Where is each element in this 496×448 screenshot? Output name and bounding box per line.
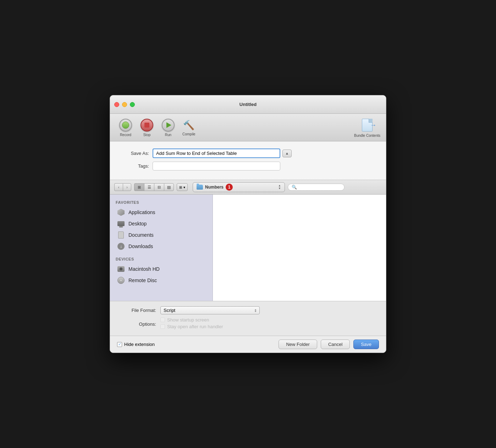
hide-extension-label: Hide extension [124,342,155,347]
forward-button[interactable]: › [123,183,131,191]
record-icon [119,118,133,132]
desktop-label: Desktop [128,221,147,226]
location-steppers[interactable]: ▲ ▼ [278,184,281,190]
search-bar[interactable]: 🔍 [288,184,345,191]
macintosh-hd-label: Macintosh HD [128,266,160,272]
checkboxes-group: Show startup screen Stay open after run … [160,317,223,331]
compile-icon: 🔨 [182,119,195,131]
location-name: Numbers [205,185,224,190]
file-format-row: File Format: Script Application Text ⇕ [121,306,375,314]
folder-icon [197,185,203,190]
options-panel: File Format: Script Application Text ⇕ O… [110,301,386,336]
stop-label: Stop [143,133,151,137]
save-as-label: Save As: [121,151,149,156]
bundle-icon: → [359,117,375,133]
sidebar-item-applications[interactable]: Applications [110,207,213,218]
column-view-button[interactable]: ⊟ [154,183,164,191]
list-view-button[interactable]: ☰ [144,183,154,191]
save-panel: Save As: ▲ Tags: [110,141,386,180]
cancel-button[interactable]: Cancel [321,340,350,349]
sidebar-item-documents[interactable]: Documents [110,229,213,241]
devices-header: DEVICES [110,256,213,263]
new-folder-button[interactable]: New Folder [279,340,317,349]
show-startup-checkbox[interactable] [160,318,165,322]
remote-disc-label: Remote Disc [128,278,157,283]
show-startup-row: Show startup screen [160,317,223,323]
window-title: Untitled [239,102,257,107]
view-group: ⊞ ☰ ⊟ ▤ [134,183,174,191]
sidebar-item-macintosh-hd[interactable]: Macintosh HD [110,263,213,275]
tags-label: Tags: [121,163,149,169]
record-button[interactable]: Record [116,117,136,138]
options-row: Options: Show startup screen Stay open a… [121,317,375,331]
sidebar-item-remote-disc[interactable]: Remote Disc [110,275,213,286]
bundle-contents-button[interactable]: → Bundle Contents [354,117,380,138]
format-select-wrap: Script Application Text ⇕ [160,306,260,314]
applications-label: Applications [128,209,155,215]
favorites-header: FAVORITES [110,199,213,207]
traffic-lights [114,102,135,107]
location-badge: 1 [226,184,233,191]
search-input[interactable] [298,185,341,190]
downloads-icon: ↓ [117,242,125,250]
run-icon [161,118,175,132]
toolbar: Record Stop Run [110,114,386,141]
compile-label: Compile [182,132,195,136]
run-button[interactable]: Run [158,117,178,138]
sidebar-item-desktop[interactable]: Desktop [110,218,213,229]
record-label: Record [120,133,131,137]
chevron-down-icon: ▾ [183,185,185,189]
view-extra-button[interactable]: ⊞ ▾ [177,183,188,191]
stop-icon [140,118,154,132]
run-label: Run [165,133,171,137]
format-select[interactable]: Script Application Text [160,306,260,314]
options-label: Options: [121,321,156,327]
file-format-label: File Format: [121,308,156,313]
hide-extension-group: ✓ Hide extension [117,342,155,347]
downloads-label: Downloads [128,243,153,249]
bottom-bar: ✓ Hide extension New Folder Cancel Save [110,336,386,353]
location-bar: Numbers 1 ▲ ▼ [193,182,285,192]
applications-icon [117,208,125,216]
save-input-wrap: ▲ [153,149,292,158]
title-bar: Untitled [110,95,386,114]
stay-open-label: Stay open after run handler [167,324,223,329]
close-button[interactable] [114,102,119,107]
toolbar-left: Record Stop Run [116,117,198,138]
filename-input[interactable] [153,149,280,158]
documents-icon [117,231,125,239]
hide-extension-checkbox[interactable]: ✓ [117,342,122,347]
tags-row: Tags: [121,162,375,170]
tags-input[interactable] [153,162,280,170]
show-startup-label: Show startup screen [167,317,209,323]
bottom-right-buttons: New Folder Cancel Save [279,340,379,349]
search-icon: 🔍 [292,185,297,190]
back-button[interactable]: ‹ [114,183,123,191]
compile-button[interactable]: 🔨 Compile [180,117,198,138]
grid-icon: ⊞ [179,185,182,189]
stay-open-checkbox[interactable] [160,324,165,329]
save-button[interactable]: Save [353,340,379,349]
bundle-label: Bundle Contents [354,134,380,138]
sidebar: FAVORITES Applications Desktop [110,195,213,301]
file-content-area [213,195,386,301]
sidebar-item-downloads[interactable]: ↓ Downloads [110,241,213,252]
cover-flow-button[interactable]: ▤ [164,183,174,191]
nav-group: ‹ › [114,183,131,191]
file-browser: FAVORITES Applications Desktop [110,195,386,301]
browser-toolbar: ‹ › ⊞ ☰ ⊟ ▤ ⊞ ▾ Numbers 1 ▲ ▼ 🔍 [110,180,386,195]
hd-icon [117,265,125,273]
stop-button[interactable]: Stop [137,117,157,138]
main-window: Untitled Record Stop [110,95,386,353]
documents-label: Documents [128,232,154,238]
maximize-button[interactable] [130,102,135,107]
icon-view-button[interactable]: ⊞ [134,183,144,191]
save-as-row: Save As: ▲ [121,149,375,158]
disc-icon [117,276,125,284]
minimize-button[interactable] [122,102,127,107]
desktop-icon [117,220,125,228]
stay-open-row: Stay open after run handler [160,324,223,329]
expand-button[interactable]: ▲ [282,150,292,157]
